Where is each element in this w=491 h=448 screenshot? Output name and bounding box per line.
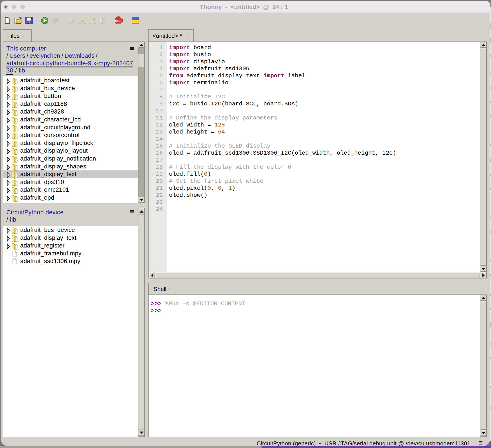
svg-text:STOP: STOP (115, 19, 122, 22)
